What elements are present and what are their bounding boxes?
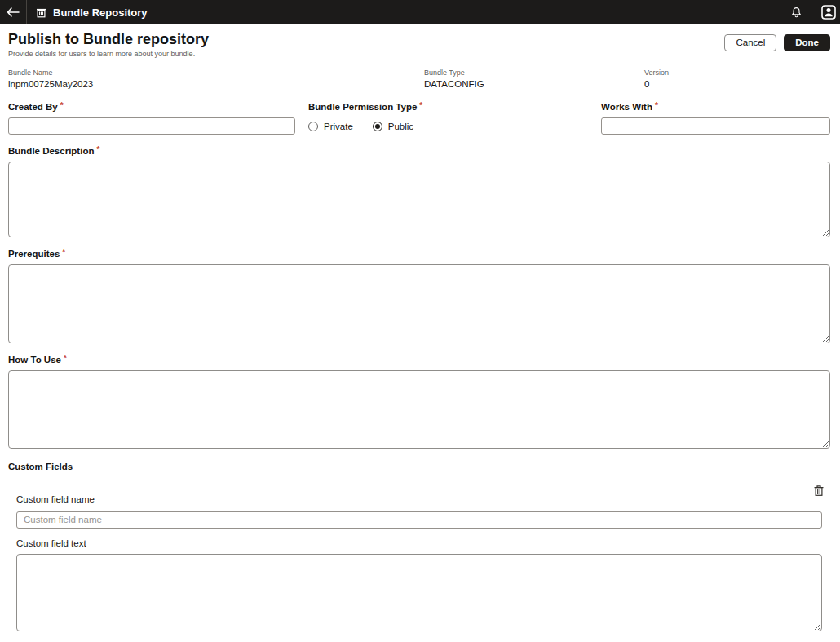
delete-custom-field-button[interactable] [813,485,825,497]
page-title-block: Publish to Bundle repository Provide det… [8,32,209,58]
works-with-field: Works With* [601,101,830,135]
created-by-label-text: Created By [8,102,58,112]
readonly-summary-row: Bundle Name inpm00725May2023 Bundle Type… [8,69,830,89]
created-by-label: Created By* [8,101,308,112]
topbar-title: Bundle Repository [53,7,148,19]
bundle-description-label: Bundle Description* [8,145,830,156]
required-asterisk: * [60,101,64,110]
version-value: 0 [644,79,830,89]
user-menu-button[interactable] [821,5,836,20]
created-by-field: Created By* [8,101,308,135]
custom-field-text-textarea[interactable] [16,554,822,631]
bell-icon [791,7,802,19]
required-asterisk: * [419,101,422,110]
radio-private-circle [308,122,318,131]
works-with-label: Works With* [601,101,830,112]
done-button[interactable]: Done [784,34,830,51]
bundle-description-label-text: Bundle Description [8,146,94,156]
bundle-permission-label-text: Bundle Permission Type [308,102,417,112]
required-asterisk: * [96,145,99,154]
how-to-use-label: How To Use* [8,354,830,365]
how-to-use-textarea[interactable] [8,370,830,449]
notifications-button[interactable] [791,7,802,19]
bundle-description-field: Bundle Description* [8,145,830,237]
custom-field-card: Custom field name Custom field text [16,491,822,631]
bundle-name-label: Bundle Name [8,69,424,77]
back-button[interactable] [0,0,27,24]
bundle-type-field: Bundle Type DATACONFIG [424,69,644,89]
radio-public-label: Public [388,122,413,131]
radio-private-label: Private [324,122,353,131]
bundle-permission-radio-group: Private Public [308,122,601,131]
custom-field-name-label: Custom field name [16,494,95,504]
person-avatar-icon [821,5,836,20]
header-actions: Cancel Done [724,34,830,51]
bundle-type-value: DATACONFIG [424,79,644,89]
prerequites-field: Prerequites* [8,248,830,343]
version-field: Version 0 [644,69,830,89]
required-asterisk: * [62,248,65,257]
page-title: Publish to Bundle repository [8,32,209,47]
bundle-permission-label: Bundle Permission Type* [308,101,601,112]
custom-field-text-label: Custom field text [16,538,822,548]
publish-form: Publish to Bundle repository Provide det… [0,32,840,642]
radio-public[interactable]: Public [373,122,413,131]
trash-icon [813,485,825,497]
how-to-use-field: How To Use* [8,354,830,449]
prerequites-label: Prerequites* [8,248,830,259]
bundle-description-textarea[interactable] [8,162,830,237]
custom-field-name-input[interactable] [16,511,822,529]
required-asterisk: * [655,101,658,110]
page-subtitle: Provide details for users to learn more … [8,50,209,58]
radio-private[interactable]: Private [308,122,353,131]
form-row: Created By* Bundle Permission Type* Priv… [8,101,830,135]
version-label: Version [644,69,830,77]
works-with-label-text: Works With [601,102,652,112]
prerequites-label-text: Prerequites [8,249,60,259]
cancel-button[interactable]: Cancel [724,34,776,51]
required-asterisk: * [64,354,67,363]
back-arrow-icon [7,7,20,17]
bundle-permission-field: Bundle Permission Type* Private Public [308,101,601,135]
bundle-name-field: Bundle Name inpm00725May2023 [8,69,424,89]
page-header: Publish to Bundle repository Provide det… [8,32,830,58]
custom-fields-heading: Custom Fields [8,462,830,472]
bundle-type-label: Bundle Type [424,69,644,77]
created-by-input[interactable] [8,117,295,135]
topbar: Bundle Repository [0,0,840,24]
radio-public-circle [373,122,382,131]
bundle-name-value: inpm00725May2023 [8,79,424,89]
works-with-input[interactable] [601,117,830,135]
prerequites-textarea[interactable] [8,264,830,343]
bundle-repository-icon [36,7,46,18]
how-to-use-label-text: How To Use [8,355,61,365]
